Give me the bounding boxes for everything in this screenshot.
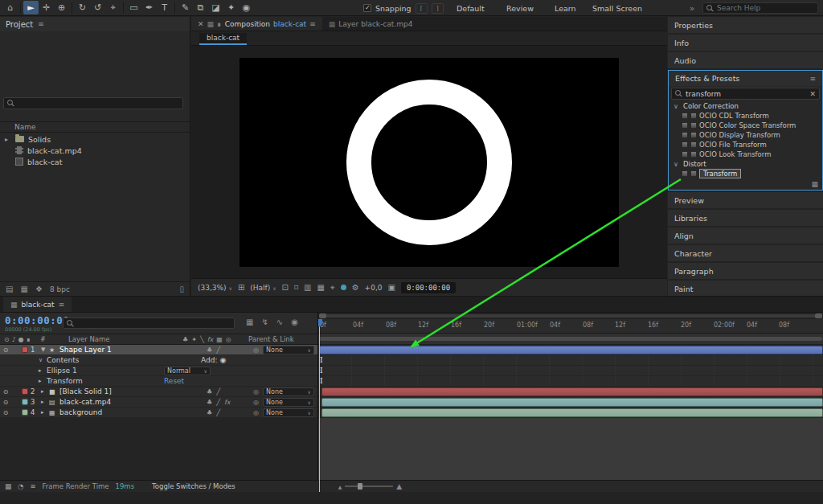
- rotation-tool-icon[interactable]: ↺: [90, 1, 105, 14]
- label-color-swatch[interactable]: [19, 346, 31, 353]
- twirl-icon[interactable]: ▸: [41, 388, 49, 395]
- parent-dropdown[interactable]: None ∨: [263, 346, 314, 354]
- roto-brush-tool-icon[interactable]: ✦: [223, 1, 239, 14]
- home-icon[interactable]: ⌂: [2, 1, 18, 14]
- effects-presets-header[interactable]: Effects & Presets ≡: [669, 71, 822, 86]
- tab-composition[interactable]: ✕ ▦ ∎ Composition black-cat ≡: [191, 17, 322, 31]
- lock-icon[interactable]: ∎: [217, 20, 222, 28]
- workspace-default[interactable]: Default: [457, 0, 485, 16]
- viewer-timecode[interactable]: 0:00:00:00: [401, 282, 456, 293]
- twirl-icon[interactable]: ▸: [41, 399, 49, 405]
- panel-properties[interactable]: Properties: [668, 17, 823, 33]
- tab-layer-viewer[interactable]: ▦ Layer black-cat.mp4: [322, 17, 420, 31]
- time-navigator-end-handle[interactable]: [815, 313, 822, 318]
- property-row-transform[interactable]: ▸ Transform Reset: [0, 376, 317, 387]
- project-item-solids[interactable]: ▸ Solids: [0, 133, 190, 145]
- grid-guides-icon[interactable]: ⊞: [238, 283, 244, 292]
- layer-duration-bar-background[interactable]: [321, 408, 823, 417]
- hand-tool-icon[interactable]: ✛: [39, 1, 54, 14]
- pan-behind-tool-icon[interactable]: ⌖: [105, 1, 121, 14]
- graph-editor-icon[interactable]: ◉: [291, 318, 298, 326]
- effect-item[interactable]: OCIO File Transform: [669, 140, 822, 150]
- snapshot-camera-icon[interactable]: ▣: [387, 283, 395, 292]
- label-color-swatch[interactable]: [19, 388, 31, 395]
- parent-dropdown[interactable]: None ∨: [263, 408, 314, 417]
- layer-name[interactable]: Shape Layer 1: [59, 346, 207, 354]
- trash-icon[interactable]: ▯: [179, 285, 184, 293]
- puppet-pin-tool-icon[interactable]: ◉: [239, 1, 254, 14]
- snapping-checkbox[interactable]: [363, 4, 371, 12]
- layer-switches[interactable]: ♣╱: [207, 388, 253, 395]
- clear-search-icon[interactable]: ✕: [809, 90, 816, 98]
- twirl-icon[interactable]: ▸: [39, 378, 47, 384]
- twirl-icon[interactable]: ▼: [41, 346, 49, 353]
- parent-dropdown[interactable]: None ∨: [263, 387, 314, 396]
- eye-icon[interactable]: ⊙: [0, 409, 11, 416]
- layer-name[interactable]: [Black Solid 1]: [59, 387, 207, 395]
- layer-row-shape-layer-1[interactable]: ⊙ 1 ▼ ★ Shape Layer 1 ♣╱ ◎ None ∨: [0, 345, 317, 355]
- brush-tool-icon[interactable]: ✎: [178, 1, 193, 14]
- layer-name[interactable]: black-cat.mp4: [59, 398, 207, 406]
- pick-whip-icon[interactable]: ◎: [253, 409, 263, 416]
- toggle-switches-modes-button[interactable]: Toggle Switches / Modes: [152, 482, 235, 490]
- add-control[interactable]: Add: ◉: [201, 356, 226, 364]
- workspace-learn[interactable]: Learn: [555, 0, 576, 16]
- effect-item[interactable]: OCIO CDL Transform: [669, 111, 822, 121]
- time-ruler[interactable]: 0f 04f 08f 12f 16f 20f 01:00f 04f 08f 12…: [318, 319, 823, 334]
- channel-dot-icon[interactable]: [341, 285, 346, 290]
- parent-link-column-header[interactable]: Parent & Link: [248, 335, 317, 343]
- effects-group-color-correction[interactable]: ∨ Color Correction: [669, 101, 822, 111]
- close-icon[interactable]: ✕: [198, 20, 204, 28]
- new-panel-icon[interactable]: ▦: [811, 180, 818, 188]
- breadcrumb[interactable]: black-cat: [199, 33, 247, 45]
- eraser-tool-icon[interactable]: ◪: [208, 1, 223, 14]
- snap-option-icon[interactable]: ⌉: [432, 3, 444, 14]
- zoom-slider-handle[interactable]: [358, 483, 362, 490]
- composition-frame[interactable]: [240, 58, 619, 267]
- track-row-shape-layer-1[interactable]: [318, 345, 823, 355]
- layer-duration-bar-black-cat-mp4[interactable]: [321, 398, 823, 407]
- track-row-black-cat-mp4[interactable]: [318, 397, 823, 408]
- effect-item[interactable]: OCIO Color Space Transform: [669, 121, 822, 130]
- time-navigator-start-handle[interactable]: [319, 313, 326, 318]
- panel-info[interactable]: Info: [668, 35, 823, 51]
- panel-audio[interactable]: Audio: [668, 52, 823, 68]
- list-view-icon[interactable]: ▤: [6, 285, 13, 293]
- panel-menu-icon[interactable]: ≡: [38, 20, 44, 28]
- layer-name-column-header[interactable]: Layer Name: [51, 335, 182, 343]
- panel-libraries[interactable]: Libraries: [668, 210, 823, 226]
- time-navigator[interactable]: [318, 313, 823, 319]
- add-menu-icon[interactable]: ◉: [219, 356, 226, 364]
- twirl-icon[interactable]: ▸: [41, 409, 49, 416]
- clone-stamp-tool-icon[interactable]: ⧉: [193, 1, 208, 14]
- layer-switches[interactable]: ♣╱fx: [207, 399, 253, 406]
- pixel-aspect-icon[interactable]: ⌖: [330, 283, 335, 293]
- panel-paragraph[interactable]: Paragraph: [668, 263, 823, 279]
- checkerboard-icon[interactable]: ▦: [317, 283, 325, 292]
- workspace-small-screen[interactable]: Small Screen: [592, 0, 642, 16]
- parent-dropdown[interactable]: None ∨: [263, 398, 314, 407]
- time-navigator-bar[interactable]: [320, 314, 821, 318]
- reset-link[interactable]: Reset: [164, 377, 184, 385]
- panel-menu-icon[interactable]: ≡: [59, 301, 65, 309]
- resolution-dropdown[interactable]: (Half) ∨: [250, 284, 276, 292]
- fit-icon[interactable]: ⊡: [282, 283, 289, 292]
- composition-mini-flowchart-icon[interactable]: ▦: [246, 318, 253, 326]
- timeline-search-input[interactable]: [77, 319, 214, 327]
- zoom-tool-icon[interactable]: ⊕: [54, 1, 69, 14]
- region-of-interest-icon[interactable]: ⌑: [294, 283, 298, 292]
- project-item-footage[interactable]: black-cat.mp4: [0, 145, 190, 156]
- render-queue-icon[interactable]: ▦: [5, 482, 11, 490]
- project-panel-header[interactable]: Project ≡: [0, 17, 190, 31]
- effect-item[interactable]: OCIO Look Transform: [669, 150, 822, 159]
- current-timecode[interactable]: 0:00:00:00: [5, 314, 69, 326]
- selection-tool-icon[interactable]: ►: [23, 1, 39, 14]
- layer-row-background[interactable]: ⊙ 4 ▸ ▦ background ♣╱ ◎ None ∨: [0, 408, 317, 418]
- effects-group-distort[interactable]: ∨ Distort: [669, 159, 822, 169]
- project-bit-depth[interactable]: 8 bpc: [50, 285, 70, 293]
- twirl-icon[interactable]: ∨: [39, 357, 47, 363]
- panel-character[interactable]: Character: [668, 245, 823, 261]
- work-area-bar[interactable]: [319, 337, 822, 341]
- orbit-camera-tool-icon[interactable]: ↻: [75, 1, 90, 14]
- pick-whip-icon[interactable]: ◎: [253, 399, 263, 406]
